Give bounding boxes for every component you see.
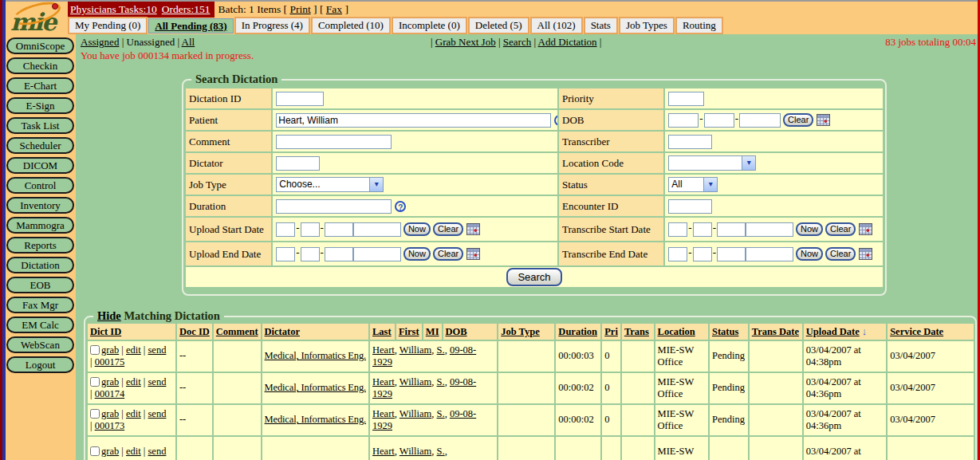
upload-start-month-input[interactable]	[276, 222, 295, 237]
sidebar-item-checkin[interactable]: Checkin	[6, 57, 74, 74]
upload-end-day-input[interactable]	[301, 247, 320, 261]
edit-link[interactable]: edit	[126, 376, 141, 387]
send-link[interactable]: send	[148, 344, 167, 356]
column-header-dictator-link[interactable]: Dictator	[265, 326, 300, 337]
help-icon[interactable]: ?	[395, 201, 406, 212]
transcribe-start-time-input[interactable]	[746, 222, 793, 237]
dictation-id-input[interactable]	[276, 92, 324, 106]
patient-mi-link[interactable]: S.	[437, 344, 445, 356]
column-header-upload-date-link[interactable]: Upload Date	[806, 326, 860, 337]
tab-completed-10[interactable]: Completed (10)	[311, 17, 391, 34]
sidebar-item-eob[interactable]: EOB	[6, 277, 74, 293]
sidebar-item-inventory[interactable]: Inventory	[6, 197, 74, 214]
dictator-input[interactable]	[276, 156, 320, 171]
patient-mi-link[interactable]: S.	[437, 376, 445, 387]
sidebar-item-scheduler[interactable]: Scheduler	[6, 137, 74, 154]
tab-incomplete-0[interactable]: Incomplete (0)	[392, 17, 467, 34]
dictator-link[interactable]: Medical, Informatics Eng.	[265, 350, 366, 361]
upload-start-time-input[interactable]	[353, 222, 401, 237]
upload-end-now-button[interactable]: Now	[403, 247, 431, 261]
row-checkbox[interactable]	[90, 377, 100, 387]
transcribe-end-time-input[interactable]	[746, 247, 793, 261]
send-link[interactable]: send	[148, 408, 167, 419]
column-header-trans-date-link[interactable]: Trans Date	[752, 326, 799, 337]
patient-last-link[interactable]: Heart	[372, 408, 395, 419]
column-header-mi-link[interactable]: MI	[426, 326, 439, 337]
sidebar-item-e-chart[interactable]: E-Chart	[6, 77, 74, 94]
patient-input[interactable]	[276, 113, 551, 128]
patient-first-link[interactable]: William	[399, 408, 431, 419]
upload-end-month-input[interactable]	[276, 247, 295, 261]
column-header-duration-link[interactable]: Duration	[558, 326, 597, 337]
sidebar-item-dicom[interactable]: DICOM	[6, 157, 74, 174]
transcribe-start-year-input[interactable]	[717, 222, 746, 237]
edit-link[interactable]: edit	[126, 446, 141, 457]
sidebar-item-control[interactable]: Control	[6, 177, 74, 194]
grab-link[interactable]: grab	[101, 376, 119, 387]
job-type-select[interactable]: Choose... ▾	[276, 177, 384, 192]
upload-start-year-input[interactable]	[325, 222, 353, 237]
sidebar-item-webscan[interactable]: WebScan	[6, 336, 74, 353]
physicians-tasks-link[interactable]: Physicians Tasks:10	[70, 3, 157, 15]
sidebar-item-omniscope[interactable]: OmniScope	[6, 37, 74, 54]
sidebar-item-reports[interactable]: Reports	[6, 237, 74, 254]
sidebar-item-em-calc[interactable]: EM Calc	[6, 316, 74, 333]
column-header-status-link[interactable]: Status	[712, 326, 738, 337]
patient-mi-link[interactable]: S.	[437, 446, 445, 457]
dob-clear-button[interactable]: Clear	[783, 113, 813, 127]
upload-start-now-button[interactable]: Now	[403, 222, 431, 236]
orders-link[interactable]: Orders:151	[162, 3, 211, 15]
filter-assigned[interactable]: Assigned	[81, 36, 119, 48]
duration-input[interactable]	[276, 199, 392, 214]
status-select[interactable]: All ▾	[668, 177, 718, 192]
grab-link[interactable]: grab	[101, 408, 119, 419]
grab-link[interactable]: grab	[101, 446, 119, 457]
sidebar-item-dictation[interactable]: Dictation	[6, 257, 74, 273]
upload-end-clear-button[interactable]: Clear	[433, 247, 463, 261]
transcribe-end-month-input[interactable]	[668, 247, 687, 261]
encounter-id-input[interactable]	[668, 199, 712, 214]
transcribe-start-now-button[interactable]: Now	[796, 222, 823, 236]
column-header-location-link[interactable]: Location	[658, 326, 695, 337]
column-header-service-date-link[interactable]: Service Date	[890, 326, 943, 337]
tab-routing[interactable]: Routing	[675, 17, 723, 34]
patient-first-link[interactable]: William	[399, 344, 431, 356]
patient-last-link[interactable]: Heart	[372, 376, 395, 387]
action-grab-next-job[interactable]: Grab Next Job	[435, 36, 496, 48]
column-header-doc-id-link[interactable]: Doc ID	[179, 326, 210, 337]
location-code-select[interactable]: ▾	[668, 155, 756, 171]
patient-first-link[interactable]: William	[399, 446, 431, 457]
tab-in-progress-4[interactable]: In Progress (4)	[234, 17, 310, 34]
tab-all-102[interactable]: All (102)	[530, 17, 583, 34]
upload-end-year-input[interactable]	[325, 247, 353, 261]
calendar-icon[interactable]	[466, 248, 480, 260]
filter-all[interactable]: All	[182, 36, 195, 48]
dict-id-link[interactable]: 000174	[95, 388, 125, 399]
sidebar-item-logout[interactable]: Logout	[6, 356, 74, 373]
transcribe-start-month-input[interactable]	[668, 222, 687, 237]
patient-first-link[interactable]: William	[399, 376, 431, 387]
patient-last-link[interactable]: Heart	[372, 446, 395, 457]
transcribe-start-day-input[interactable]	[693, 222, 712, 237]
search-button[interactable]: Search	[506, 268, 561, 286]
column-header-dob-link[interactable]: DOB	[446, 326, 467, 337]
transcriber-input[interactable]	[668, 135, 712, 149]
tab-all-pending-83[interactable]: All Pending (83)	[148, 18, 233, 33]
row-checkbox[interactable]	[90, 446, 100, 456]
transcribe-end-now-button[interactable]: Now	[796, 247, 823, 261]
grab-link[interactable]: grab	[101, 344, 119, 356]
edit-link[interactable]: edit	[126, 408, 141, 419]
mie-logo[interactable]: mie	[6, 2, 69, 34]
comment-input[interactable]	[276, 135, 392, 149]
upload-start-day-input[interactable]	[301, 222, 320, 237]
print-link[interactable]: Print	[289, 3, 310, 15]
column-header-pri-link[interactable]: Pri	[604, 326, 618, 337]
dob-year-input[interactable]	[739, 113, 781, 128]
calendar-icon[interactable]	[859, 223, 872, 235]
sidebar-item-task-list[interactable]: Task List	[6, 117, 74, 134]
row-checkbox[interactable]	[90, 409, 100, 419]
dictator-link[interactable]: Medical, Informatics Eng.	[265, 414, 366, 425]
tab-stats[interactable]: Stats	[584, 17, 618, 34]
patient-mi-link[interactable]: S.	[437, 408, 445, 419]
sort-descending-icon[interactable]: ↓	[862, 325, 868, 337]
